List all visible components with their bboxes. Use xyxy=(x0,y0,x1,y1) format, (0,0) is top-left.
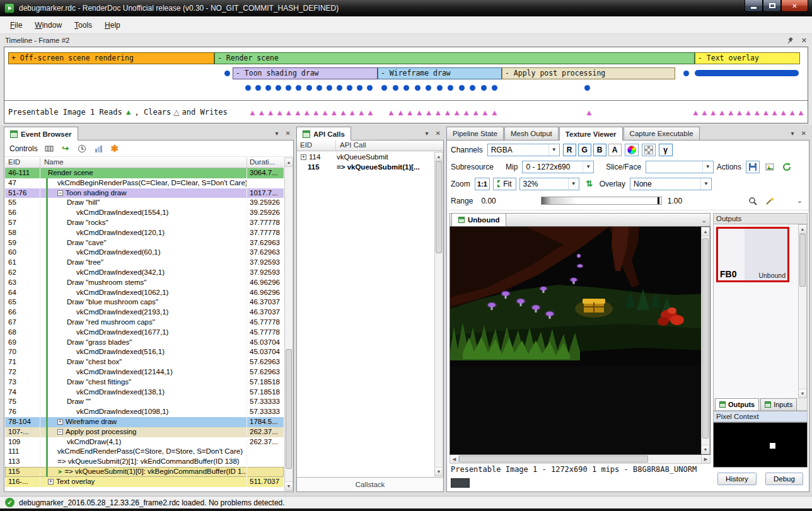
event-row[interactable]: 55Draw "hill"39.25926 xyxy=(5,198,284,208)
channel-a-button[interactable]: A xyxy=(608,144,622,156)
event-row[interactable]: 72vkCmdDrawIndexed(12144,1)57.62963 xyxy=(5,367,284,377)
event-browser-scrollbar[interactable]: ▲ ▼ xyxy=(284,158,293,491)
usage-write-triangle[interactable]: ▲ xyxy=(348,108,356,117)
scroll-right-icon[interactable]: ▶ xyxy=(701,455,710,463)
timeline-overlay-draws-pill[interactable] xyxy=(695,70,799,76)
usage-write-triangle[interactable]: ▲ xyxy=(425,108,433,117)
column-header-duration[interactable]: Durati... xyxy=(247,158,284,168)
draw-event-dot[interactable] xyxy=(415,85,420,91)
scroll-left-icon[interactable]: ◀ xyxy=(450,455,459,463)
column-header-eid[interactable]: EID xyxy=(297,141,336,151)
usage-write-triangle[interactable]: ▲ xyxy=(762,108,770,117)
pin-icon[interactable] xyxy=(785,35,795,45)
draw-event-dot[interactable] xyxy=(403,85,409,91)
range-min-value[interactable]: 0.00 xyxy=(481,197,496,205)
scroll-up-icon[interactable]: ▲ xyxy=(799,225,806,234)
event-row[interactable]: 66vkCmdDrawIndexed(2193,1)46.37037 xyxy=(5,307,284,318)
usage-write-triangle[interactable]: ▲ xyxy=(387,108,395,117)
timeline-close-icon[interactable]: ✕ xyxy=(801,37,807,45)
draw-event-dot[interactable] xyxy=(286,85,291,91)
usage-write-triangle[interactable]: ▲ xyxy=(257,108,265,117)
scroll-down-icon[interactable]: ▼ xyxy=(285,481,293,490)
event-row[interactable]: 46-111Render scene3064.7... xyxy=(5,168,284,178)
tab-texture-viewer[interactable]: Texture Viewer xyxy=(559,127,623,141)
usage-write-triangle[interactable]: ▲ xyxy=(248,108,257,117)
usage-write-triangle[interactable]: ▲ xyxy=(285,108,293,117)
channel-b-button[interactable]: B xyxy=(593,144,606,156)
usage-write-triangle[interactable]: ▲ xyxy=(294,108,302,117)
draw-event-dot[interactable] xyxy=(492,85,497,91)
column-header-eid[interactable]: EID xyxy=(5,158,40,168)
usage-write-triangle[interactable]: ▲ xyxy=(727,108,735,117)
usage-write-triangle[interactable]: ▲ xyxy=(443,108,451,117)
usage-write-triangle[interactable]: ▲ xyxy=(788,108,796,117)
maximize-button[interactable] xyxy=(763,0,781,12)
timeline-marker-offscreen[interactable]: + Off-screen scene rendering xyxy=(8,52,214,64)
usage-write-triangle[interactable]: ▲ xyxy=(718,108,726,117)
api-call-row[interactable]: +114vkQueueSubmit xyxy=(298,152,434,162)
event-row[interactable]: 74vkCmdDrawIndexed(138,1)57.18518 xyxy=(5,388,284,398)
draw-event-dot[interactable] xyxy=(347,85,352,91)
usage-write-triangle[interactable]: ▲ xyxy=(330,108,339,117)
usage-write-triangle[interactable]: ▲ xyxy=(753,108,761,117)
usage-write-triangle[interactable]: ▲ xyxy=(770,108,779,117)
scroll-up-icon[interactable]: ▲ xyxy=(435,152,443,161)
alpha-checker-button[interactable] xyxy=(642,144,656,156)
usage-write-triangle[interactable]: ▲ xyxy=(321,108,329,117)
outputs-scrollbar[interactable]: ▲ ▼ xyxy=(798,224,807,398)
timeline-marker-wireframe[interactable]: - Wireframe draw xyxy=(378,67,502,79)
tab-unbound[interactable]: Unbound xyxy=(451,213,506,226)
event-row[interactable]: 78-104+Wireframe draw1784.5... xyxy=(5,417,284,427)
column-header-name[interactable]: Name xyxy=(40,158,247,168)
menu-item-window[interactable]: Window xyxy=(28,16,68,33)
scrollbar-thumb[interactable] xyxy=(799,234,806,287)
usage-write-triangle[interactable]: ▲ xyxy=(415,108,424,117)
scrollbar-thumb[interactable] xyxy=(702,238,709,439)
usage-write-triangle[interactable]: ▲ xyxy=(303,108,311,117)
draw-event-dot[interactable] xyxy=(265,85,271,91)
panel-menu-button[interactable]: ▾ xyxy=(272,130,282,137)
draw-event-dot[interactable] xyxy=(367,85,373,91)
pixel-context-canvas[interactable] xyxy=(713,422,808,468)
usage-write-triangle[interactable]: ▲ xyxy=(692,108,700,117)
event-row[interactable]: 113=> vkQueueSubmit(2)[1]: vkEndCommandB… xyxy=(5,457,284,467)
panel-close-button[interactable]: ✕ xyxy=(798,130,809,137)
event-row[interactable]: 65Draw "blue mushroom caps"46.37037 xyxy=(5,297,284,307)
timeline-marker-toon[interactable]: - Toon shading draw xyxy=(233,67,378,79)
timeline-marker-post[interactable]: - Apply post processing xyxy=(502,67,675,79)
timeline-header[interactable]: Timeline - Frame #2 ✕ xyxy=(0,34,812,47)
event-row[interactable]: 115➤=> vkQueueSubmit(1)[0]: vkBeginComma… xyxy=(5,467,284,477)
draw-event-dot[interactable] xyxy=(448,85,453,91)
draw-event-dot[interactable] xyxy=(683,71,689,76)
usage-write-triangle[interactable]: ▲ xyxy=(472,108,480,117)
event-row[interactable]: 107-...−Apply post processing262.37... xyxy=(5,427,284,437)
zoom-fit-button[interactable]: Fit xyxy=(493,178,516,190)
scrollbar-track[interactable] xyxy=(799,234,806,389)
scroll-up-icon[interactable]: ▲ xyxy=(285,158,293,167)
tab-outputs[interactable]: Outputs xyxy=(715,398,759,410)
usage-write-triangle[interactable]: ▲ xyxy=(267,108,275,117)
panel-menu-button[interactable]: ▾ xyxy=(422,130,432,137)
draw-event-dot[interactable] xyxy=(393,85,398,91)
panel-close-button[interactable]: ✕ xyxy=(432,130,444,137)
usage-write-triangle[interactable]: ▲ xyxy=(585,108,593,117)
usage-clears-triangle-icon[interactable]: △ xyxy=(173,108,179,116)
range-max-value[interactable]: 1.00 xyxy=(668,197,682,205)
event-row[interactable]: 76vkCmdDrawIndexed(1098,1)57.33333 xyxy=(5,407,284,417)
event-row[interactable]: 59Draw "cave"37.62963 xyxy=(5,238,284,248)
color-wheel-button[interactable] xyxy=(625,144,639,156)
usage-write-triangle[interactable]: ▲ xyxy=(700,108,709,117)
scrollbar-thumb[interactable] xyxy=(286,349,292,469)
event-row[interactable]: 116-...+Text overlay511.7037 xyxy=(5,477,284,487)
draw-event-dot[interactable] xyxy=(381,85,387,91)
save-texture-button[interactable] xyxy=(746,161,760,173)
api-call-row[interactable]: 115=> vkQueueSubmit(1)[... xyxy=(298,162,434,172)
event-row[interactable]: 64vkCmdDrawIndexed(1062,1)46.96296 xyxy=(5,288,284,298)
event-row[interactable]: 109vkCmdDraw(4,1)262.37... xyxy=(5,437,284,447)
draw-event-dot[interactable] xyxy=(426,85,431,91)
event-row[interactable]: 47vkCmdBeginRenderPass(C=Clear, D=Clear,… xyxy=(5,178,284,188)
scrollbar-track[interactable] xyxy=(702,236,709,445)
usage-write-triangle[interactable]: ▲ xyxy=(453,108,461,117)
event-row[interactable]: 69Draw "grass blades"45.03704 xyxy=(5,338,284,348)
event-row[interactable]: 60vkCmdDrawIndexed(60,1)37.62963 xyxy=(5,248,284,258)
